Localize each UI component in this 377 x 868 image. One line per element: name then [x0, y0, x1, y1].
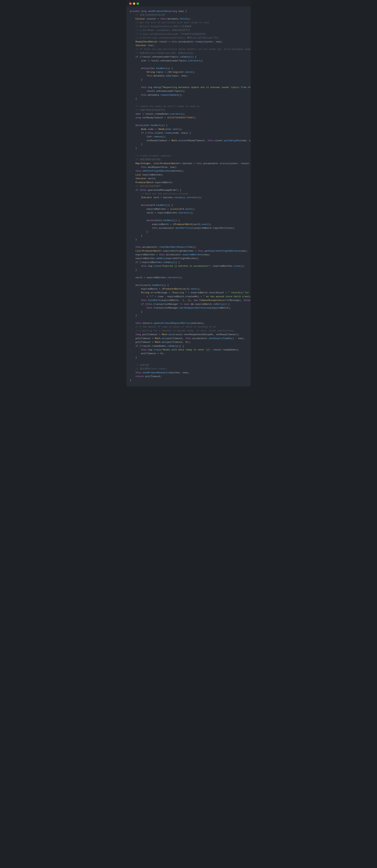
maximize-button[interactable] [137, 2, 139, 5]
close-button[interactable] [129, 2, 132, 5]
minimize-button[interactable] [133, 2, 135, 5]
code-editor: private long sendProducerData(long now) … [126, 6, 251, 386]
code-window: private long sendProducerData(long now) … [126, 0, 251, 386]
titlebar [126, 0, 251, 6]
